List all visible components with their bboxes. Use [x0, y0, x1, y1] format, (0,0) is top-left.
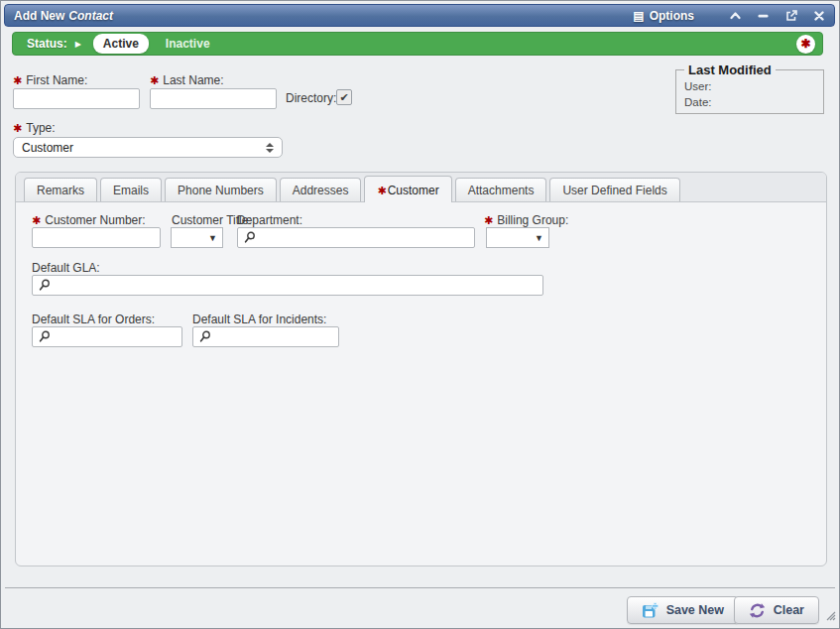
- customer-title-dropdown[interactable]: ▼: [171, 227, 223, 248]
- search-icon: [198, 330, 211, 343]
- type-select-value: Customer: [22, 141, 266, 155]
- resize-grip-icon: [823, 608, 836, 621]
- chevron-up-icon: [730, 11, 741, 20]
- title-prefix: Add New: [14, 9, 64, 23]
- tab-user-defined-fields[interactable]: User Defined Fields: [549, 178, 679, 202]
- type-label: ✱Type:: [13, 121, 56, 135]
- minimize-button[interactable]: [757, 9, 770, 22]
- popout-icon: [785, 10, 797, 22]
- tab-customer[interactable]: ✱Customer: [364, 176, 451, 202]
- status-inactive-button[interactable]: Inactive: [166, 37, 210, 51]
- status-arrow-icon: ▶: [75, 40, 81, 49]
- search-icon: [38, 330, 51, 343]
- department-lookup: [237, 227, 475, 248]
- default-sla-incidents-lookup: [192, 326, 339, 347]
- required-icon: ✱: [377, 185, 386, 196]
- last-modified-legend: Last Modified: [684, 63, 776, 77]
- required-icon: ✱: [32, 214, 41, 226]
- billing-group-dropdown[interactable]: ▼: [486, 227, 549, 248]
- title-bar: Add NewContact ▤ Options: [4, 4, 835, 27]
- title-emphasis: Contact: [68, 9, 113, 23]
- select-spinner-icon: [266, 143, 274, 153]
- default-gla-lookup: [32, 275, 543, 296]
- default-sla-orders-input[interactable]: [51, 330, 209, 344]
- department-label: Department:: [237, 213, 302, 227]
- clear-button[interactable]: Clear: [734, 596, 819, 624]
- last-name-label: ✱Last Name:: [150, 73, 224, 87]
- clear-refresh-icon: [749, 602, 766, 619]
- dialog-title: Add NewContact: [14, 9, 113, 23]
- tab-phone-numbers[interactable]: Phone Numbers: [165, 178, 277, 202]
- add-new-contact-dialog: Add NewContact ▤ Options: [0, 0, 840, 629]
- customer-number-input[interactable]: [32, 227, 161, 248]
- footer-divider: [5, 587, 835, 588]
- tab-strip: Remarks Emails Phone Numbers Addresses ✱…: [16, 173, 826, 202]
- minimize-icon: [758, 14, 769, 18]
- last-modified-user-row: User:: [684, 78, 815, 94]
- options-list-icon: ▤: [633, 9, 644, 23]
- save-new-button[interactable]: Save New: [627, 596, 739, 624]
- required-icon: ✱: [484, 214, 493, 226]
- default-gla-input[interactable]: [51, 279, 538, 293]
- default-sla-incidents-label: Default SLA for Incidents:: [192, 313, 326, 326]
- default-gla-label: Default GLA:: [32, 261, 100, 275]
- title-bar-controls: ▤ Options: [633, 9, 825, 23]
- status-bar: Status: ▶ Active Inactive ✱: [12, 32, 823, 56]
- save-new-icon: [642, 602, 659, 619]
- options-label: Options: [650, 9, 694, 23]
- tab-container: Remarks Emails Phone Numbers Addresses ✱…: [15, 172, 827, 566]
- close-icon: [814, 11, 824, 21]
- collapse-button[interactable]: [729, 9, 742, 22]
- tab-emails[interactable]: Emails: [100, 178, 162, 202]
- last-name-input[interactable]: [150, 88, 277, 109]
- user-label: User:: [684, 80, 711, 92]
- required-icon: ✱: [13, 74, 22, 86]
- billing-group-label: ✱Billing Group:: [484, 213, 568, 227]
- required-fields-button[interactable]: ✱: [796, 35, 815, 54]
- date-label: Date:: [684, 96, 712, 108]
- tab-remarks[interactable]: Remarks: [24, 178, 97, 202]
- search-icon: [243, 231, 256, 244]
- default-sla-incidents-input[interactable]: [211, 330, 370, 344]
- directory-checkbox[interactable]: ✔: [336, 89, 352, 105]
- status-label: Status:: [27, 37, 67, 51]
- default-sla-orders-label: Default SLA for Orders:: [32, 313, 155, 326]
- last-modified-date-row: Date:: [684, 94, 815, 110]
- customer-number-label: ✱Customer Number:: [32, 213, 146, 227]
- directory-label: Directory:: [286, 91, 336, 105]
- required-icon: ✱: [150, 74, 159, 86]
- default-sla-orders-lookup: [32, 326, 182, 347]
- type-select[interactable]: Customer: [13, 137, 283, 158]
- options-button[interactable]: ▤ Options: [633, 9, 694, 23]
- required-icon: ✱: [13, 122, 22, 134]
- popout-button[interactable]: [784, 9, 797, 22]
- department-input[interactable]: [256, 231, 469, 245]
- close-button[interactable]: [812, 9, 825, 22]
- resize-handle[interactable]: [823, 607, 836, 625]
- dropdown-arrow-icon: ▼: [208, 233, 217, 243]
- clear-label: Clear: [774, 603, 804, 617]
- save-new-label: Save New: [666, 603, 724, 617]
- dropdown-arrow-icon: ▼: [535, 233, 543, 243]
- check-icon: ✔: [339, 91, 348, 104]
- first-name-label: ✱First Name:: [13, 73, 87, 87]
- tab-attachments[interactable]: Attachments: [455, 178, 547, 202]
- first-name-input[interactable]: [13, 88, 140, 109]
- tab-addresses[interactable]: Addresses: [280, 178, 362, 202]
- search-icon: [38, 279, 51, 292]
- status-active-button[interactable]: Active: [93, 34, 149, 54]
- last-modified-group: Last Modified User: Date:: [675, 63, 824, 114]
- required-asterisk-icon: ✱: [800, 37, 810, 51]
